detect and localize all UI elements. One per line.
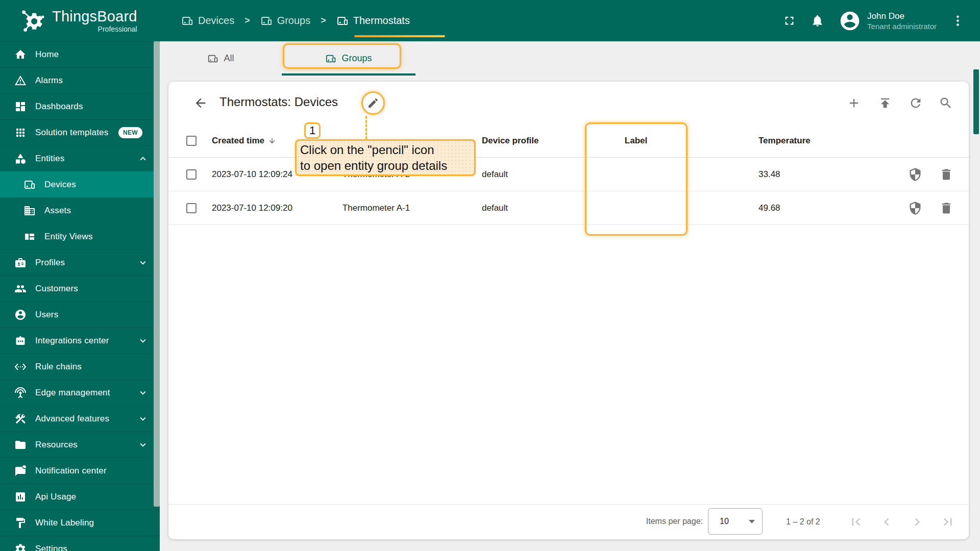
sidebar-item-entity-views[interactable]: Entity Views: [0, 223, 160, 249]
last-page-button[interactable]: [940, 514, 955, 530]
sidebar-item-label: Rule chains: [35, 362, 82, 372]
entities-icon: [14, 153, 27, 165]
chevron-down-icon: [137, 413, 149, 424]
sidebar-item-white-labeling[interactable]: White Labeling: [0, 510, 160, 536]
sidebar-item-notification-center[interactable]: Notification center: [0, 458, 160, 484]
tutorial-groups-tab-highlight: [283, 43, 401, 69]
sidebar-item-profiles[interactable]: Profiles: [0, 249, 160, 276]
last-page-icon: [940, 514, 955, 530]
sort-desc-icon: [268, 137, 276, 145]
sidebar-item-users[interactable]: Users: [0, 302, 160, 328]
edit-group-button[interactable]: [361, 91, 385, 115]
notifications-button[interactable]: [811, 14, 824, 28]
sidebar-item-customers[interactable]: Customers: [0, 276, 160, 302]
search-button[interactable]: [939, 96, 953, 110]
sidebar-item-label: Entities: [35, 154, 64, 164]
sidebar-item-advanced-features[interactable]: Advanced features: [0, 406, 160, 432]
sidebar-item-label: Profiles: [35, 258, 65, 268]
table-header-row: Created time Device profile Label Temper…: [168, 124, 969, 158]
user-name: John Doe: [867, 11, 937, 21]
cell-created-time: 2023-07-10 12:09:24: [212, 169, 292, 180]
page-scrollbar-thumb[interactable]: [973, 69, 979, 134]
sidebar-item-label: Api Usage: [35, 492, 76, 502]
page-title: Thermostats: Devices: [219, 95, 338, 109]
sidebar-item-label: Solution templates: [35, 128, 108, 138]
row-checkbox[interactable]: [186, 203, 197, 213]
sidebar-item-dashboards[interactable]: Dashboards: [0, 93, 160, 119]
sidebar-item-entities[interactable]: Entities: [0, 145, 160, 171]
delete-icon[interactable]: [939, 167, 953, 182]
chevron-left-icon: [879, 514, 894, 530]
upload-icon: [878, 96, 892, 110]
bell-icon: [811, 14, 824, 28]
sidebar-item-alarms[interactable]: Alarms: [0, 67, 160, 93]
sidebar-item-devices[interactable]: Devices: [0, 171, 160, 197]
breadcrumb-groups[interactable]: Groups: [260, 15, 311, 27]
assets-icon: [23, 205, 36, 217]
sidebar-item-label: White Labeling: [35, 518, 94, 528]
table-row[interactable]: 2023-07-10 12:09:20Thermometer A-1defaul…: [168, 191, 969, 225]
shield-icon[interactable]: [908, 201, 922, 215]
devices-icon: [336, 15, 349, 27]
avatar: [839, 10, 861, 32]
sidebar-item-assets[interactable]: Assets: [0, 197, 160, 223]
sidebar-item-api-usage[interactable]: Api Usage: [0, 484, 160, 510]
sidebar-item-edge-management[interactable]: Edge management: [0, 380, 160, 406]
sidebar-item-label: Customers: [35, 284, 78, 294]
cell-device-profile: default: [482, 203, 508, 213]
next-page-button[interactable]: [910, 514, 925, 530]
select-all-checkbox[interactable]: [186, 136, 197, 146]
sidebar-item-integrations-center[interactable]: Integrations center: [0, 328, 160, 354]
white-labeling-icon: [14, 517, 27, 529]
tab-all[interactable]: All: [160, 41, 282, 76]
refresh-button[interactable]: [909, 96, 923, 110]
profiles-icon: [14, 257, 27, 269]
sidebar-item-label: Home: [35, 49, 59, 60]
sidebar-item-rule-chains[interactable]: Rule chains: [0, 354, 160, 380]
tutorial-tooltip: Click on the "pencil" icon to open entit…: [295, 139, 476, 176]
previous-page-button[interactable]: [879, 514, 894, 530]
breadcrumb-thermostats[interactable]: Thermostats: [336, 15, 410, 27]
sidebar-item-home[interactable]: Home: [0, 41, 160, 67]
thingsboard-logo-icon: [20, 8, 46, 34]
back-button[interactable]: [193, 96, 208, 110]
sidebar-scrollbar-thumb[interactable]: [154, 41, 160, 507]
kebab-menu-icon: [951, 14, 965, 28]
devices-icon: [260, 15, 273, 27]
user-menu[interactable]: John Doe Tenant administrator: [839, 10, 937, 32]
more-menu-button[interactable]: [951, 14, 965, 28]
active-tab-indicator: [282, 73, 415, 76]
column-header-device-profile[interactable]: Device profile: [482, 136, 539, 146]
sidebar-item-label: Edge management: [35, 388, 110, 398]
new-badge: NEW: [118, 127, 142, 138]
sidebar-item-label: Users: [35, 310, 58, 320]
tutorial-step-badge: 1: [304, 122, 321, 139]
cell-device-profile: default: [482, 169, 508, 180]
breadcrumb-devices[interactable]: Devices: [181, 15, 234, 27]
column-header-temperature[interactable]: Temperature: [758, 136, 811, 146]
table-row[interactable]: 2023-07-10 12:09:24Thermometer A-2defaul…: [168, 158, 969, 191]
chevron-down-icon: [137, 439, 149, 450]
notification-center-icon: [14, 465, 27, 477]
column-header-created-time[interactable]: Created time: [212, 136, 276, 146]
first-page-button[interactable]: [848, 514, 864, 530]
row-checkbox[interactable]: [186, 169, 197, 180]
dashboards-icon: [14, 101, 27, 113]
sidebar-item-resources[interactable]: Resources: [0, 432, 160, 458]
sidebar-item-solution-templates[interactable]: Solution templatesNEW: [0, 119, 160, 145]
sidebar-item-label: Advanced features: [35, 414, 109, 424]
items-per-page-select[interactable]: 10: [708, 508, 763, 535]
dropdown-caret-icon: [749, 520, 755, 523]
import-button[interactable]: [878, 96, 892, 110]
app-logo[interactable]: ThingsBoard Professional: [0, 8, 160, 34]
add-button[interactable]: [847, 96, 861, 110]
plus-icon: [847, 96, 861, 110]
fullscreen-button[interactable]: [782, 14, 796, 28]
delete-icon[interactable]: [939, 201, 953, 215]
search-icon: [939, 96, 953, 110]
cell-temperature: 33.48: [758, 169, 780, 180]
sidebar-item-settings[interactable]: Settings: [0, 536, 160, 551]
tutorial-breadcrumb-underline: [354, 35, 445, 37]
shield-icon[interactable]: [908, 167, 922, 182]
sidebar-item-label: Devices: [44, 180, 76, 190]
